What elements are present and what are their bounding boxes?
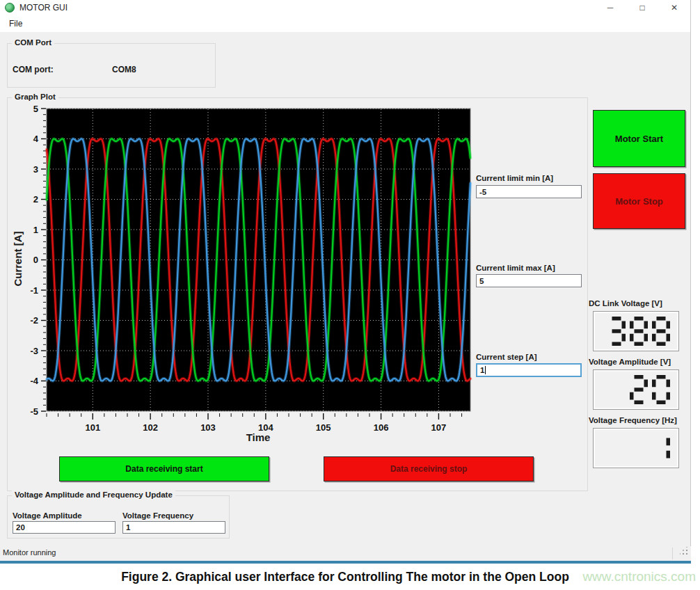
- svg-text:102: 102: [143, 422, 158, 433]
- svg-text:4: 4: [33, 134, 39, 144]
- voltage-amplitude-display: [593, 369, 679, 410]
- svg-text:106: 106: [374, 422, 389, 433]
- caption-area: www.cntronics.com Figure 2. Graphical us…: [0, 564, 700, 590]
- status-bar: Monitor running: [0, 546, 691, 561]
- svg-text:101: 101: [85, 422, 100, 433]
- voltage-update-group: Voltage Amplitude and Frequency Update V…: [7, 495, 230, 539]
- voltage-amplitude-indicator-label: Voltage Amplitude [V]: [589, 358, 671, 366]
- motor-stop-label: Motor Stop: [615, 196, 663, 207]
- voltage-frequency-label: Voltage Frequency: [122, 511, 193, 520]
- window-controls: ─ □ ✕: [594, 0, 690, 15]
- current-limit-max-input[interactable]: 5: [476, 274, 582, 287]
- svg-text:-1: -1: [30, 285, 38, 296]
- maximize-icon[interactable]: □: [626, 0, 658, 15]
- resize-grip-icon[interactable]: [680, 547, 688, 555]
- app-window: MOTOR GUI ─ □ ✕ File COM Port COM port: …: [0, 0, 691, 564]
- dc-link-voltage-display: [593, 311, 679, 351]
- current-step-input[interactable]: 1: [476, 363, 582, 377]
- voltage-frequency-input[interactable]: 1: [122, 521, 225, 534]
- svg-text:0: 0: [33, 255, 38, 265]
- screenshot-root: MOTOR GUI ─ □ ✕ File COM Port COM port: …: [0, 0, 700, 590]
- voltage-frequency-value: 1: [126, 523, 130, 532]
- current-limit-min-value: -5: [479, 188, 486, 196]
- svg-text:2: 2: [33, 194, 38, 205]
- motor-start-button[interactable]: Motor Start: [593, 110, 685, 167]
- svg-text:1: 1: [33, 225, 38, 235]
- data-receiving-stop-button[interactable]: Data receiving stop: [324, 456, 534, 481]
- svg-text:105: 105: [316, 422, 331, 433]
- dc-link-voltage-label: DC Link Voltage [V]: [589, 299, 662, 308]
- current-waveform-chart: 543210-1-2-3-4-5101102103104105106107: [26, 103, 480, 451]
- status-text: Monitor running: [3, 548, 56, 557]
- app-icon: [5, 3, 15, 13]
- data-receiving-start-label: Data receiving start: [125, 464, 202, 474]
- graph-plot-group-label: Graph Plot: [12, 93, 58, 101]
- data-receiving-start-button[interactable]: Data receiving start: [59, 456, 269, 481]
- svg-text:3: 3: [33, 164, 38, 175]
- current-step-value: 1: [480, 366, 484, 374]
- voltage-amplitude-input[interactable]: 20: [13, 521, 116, 534]
- svg-text:-5: -5: [30, 406, 38, 417]
- com-port-label: COM port:: [13, 65, 54, 74]
- motor-stop-button[interactable]: Motor Stop: [593, 173, 685, 229]
- y-axis-title: Current [A]: [12, 207, 27, 311]
- svg-text:-3: -3: [30, 346, 38, 356]
- minimize-icon[interactable]: ─: [594, 0, 626, 15]
- voltage-frequency-display: [593, 428, 679, 468]
- current-limit-max-value: 5: [479, 277, 484, 285]
- figure-caption: Figure 2. Graphical user Interface for C…: [0, 564, 690, 590]
- com-port-group: COM Port COM port: COM8: [7, 43, 216, 88]
- menu-bar: File: [0, 15, 690, 32]
- current-step-label: Current step [A]: [476, 353, 537, 361]
- motor-start-label: Motor Start: [615, 134, 663, 144]
- close-icon[interactable]: ✕: [658, 0, 690, 15]
- svg-text:-4: -4: [30, 376, 38, 386]
- svg-text:107: 107: [431, 422, 447, 433]
- data-receiving-stop-label: Data receiving stop: [390, 464, 468, 474]
- voltage-amplitude-label: Voltage Amplitude: [13, 511, 82, 520]
- voltage-update-group-label: Voltage Amplitude and Frequency Update: [12, 491, 175, 499]
- title-bar: MOTOR GUI ─ □ ✕: [0, 0, 690, 15]
- current-limit-max-label: Current limit max [A]: [476, 264, 555, 272]
- com-port-group-label: COM Port: [12, 38, 54, 47]
- menu-item-file[interactable]: File: [6, 15, 25, 32]
- svg-text:5: 5: [33, 104, 38, 114]
- window-title: MOTOR GUI: [19, 3, 67, 13]
- current-limit-min-label: Current limit min [A]: [476, 174, 553, 182]
- svg-text:-2: -2: [30, 315, 38, 326]
- voltage-amplitude-value: 20: [16, 523, 25, 532]
- current-limit-min-input[interactable]: -5: [476, 185, 582, 198]
- x-axis-title: Time: [213, 431, 303, 443]
- com-port-value: COM8: [112, 65, 136, 74]
- voltage-frequency-indicator-label: Voltage Frequency [Hz]: [589, 416, 677, 424]
- status-separator: [672, 548, 673, 559]
- text-caret: [485, 366, 486, 374]
